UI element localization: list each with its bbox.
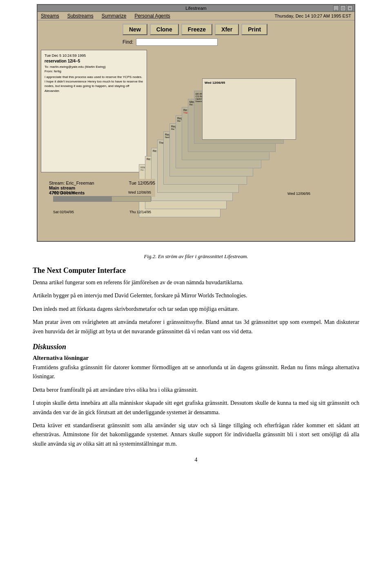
menu-substreams[interactable]: Substreams [67,13,94,19]
toolbar: New Clone Freeze Xfer Print [122,24,351,35]
email-body: I appreciate that this process was used … [45,75,143,93]
menu-streams[interactable]: Streams [41,13,59,19]
stream-main: Main stream [49,185,155,190]
new-button[interactable]: New [122,24,147,35]
xfer-button[interactable]: Xfer [215,24,239,35]
close-button[interactable]: × [347,5,353,11]
timeline-end: Wed 12/06/95 [128,190,151,194]
maximize-button[interactable]: □ [340,5,346,11]
article-area: Fig.2. En ström av filer i gränssnittet … [16,246,376,467]
discussion-para-1: Framtidens grafiska gränssnitt för dator… [33,363,359,382]
page-number: 4 [33,457,359,463]
discussion-para-2: Detta beror framförallt på att användare… [33,386,359,395]
timeline-start: Mon 12/04/95 [53,190,76,194]
timeline-bar[interactable] [53,196,151,202]
find-bar: Find: [122,38,351,46]
article-para-4: Man pratar även om svårigheten att använ… [33,318,359,336]
window-controls: _ □ × [333,5,353,11]
article-para-1: Denna artikel fungerar som en referens f… [33,278,359,287]
find-label: Find: [122,39,134,45]
menu-bar: Streams Substreams Summarize Personal Ag… [38,12,354,20]
timeline-thu: Thu 12/14/95 [129,210,151,214]
print-button[interactable]: Print [241,24,267,35]
timeline-dates: Mon 12/04/95 Wed 12/06/95 [53,190,151,194]
top-stack-card[interactable]: Wed 12/06/95 [202,78,296,140]
lifestream-screenshot: Lifestream _ □ × Streams Substreams Summ… [37,4,355,242]
article-para-3: Den inleds med att förkasta dagens skriv… [33,305,359,314]
find-input[interactable] [136,38,218,46]
email-to: To: marlin.ewing@yale.edu (Martin Ewing) [45,65,143,69]
datetime-display: Thursday, Dec 14 10:27 AM 1995 EST [274,13,351,18]
freeze-button[interactable]: Freeze [181,24,212,35]
email-date: Tue Dec 5 10:24:59 1995 [45,54,143,58]
timeline-wed: Wed 12/06/95 [287,192,310,196]
title-bar: Lifestream _ □ × [38,5,354,12]
menu-summarize[interactable]: Summarize [102,13,127,19]
email-from: From: fertig [45,69,143,73]
subsection-title: Alternativa lösningar [33,355,359,361]
timeline-sat: Sat 02/04/95 [53,210,74,214]
minimize-button[interactable]: _ [333,5,339,11]
email-subject: reservation 12/4–5 [45,59,143,63]
discussion-para-3: I utopin skulle detta innebära att alla … [33,399,359,417]
stream-label: Stream: Eric_Freeman [49,181,94,185]
article-para-2: Artikeln bygger på en intervju med David… [33,291,359,300]
main-email-card[interactable]: Tue Dec 5 10:24:59 1995 reservation 12/4… [41,50,147,172]
menu-personal-agents[interactable]: Personal Agents [134,13,170,19]
discussion-para-4: Detta kräver ett standardiserat gränssni… [33,421,359,449]
fig-caption: Fig.2. En ström av filer i gränssnittet … [33,253,359,260]
timeline-fill [53,196,112,201]
window-title: Lifestream [185,6,206,11]
cards-area: reservation 12/4-5 Re: validation Re: va… [41,50,351,221]
article-title: The Next Computer Interface [33,266,359,275]
clone-button[interactable]: Clone [150,24,179,35]
section-title: Diskussion [33,343,359,351]
stream-date: Tue 12/05/95 [129,181,155,185]
app-main-area: New Clone Freeze Xfer Print Find: reserv… [38,20,354,241]
